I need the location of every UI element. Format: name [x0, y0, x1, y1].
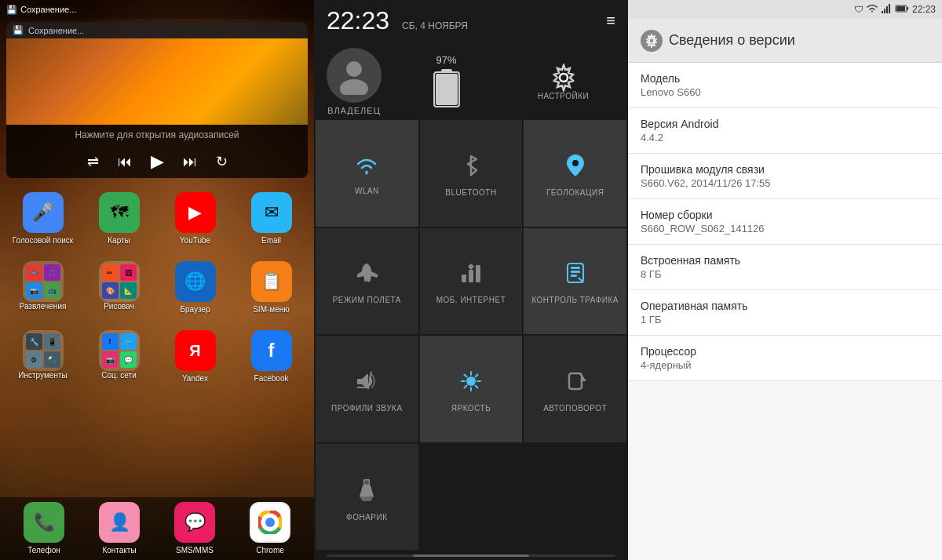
app-entertainment[interactable]: 🎮 🎵 📷 📺 Развлечения — [6, 256, 79, 319]
svg-rect-30 — [569, 373, 582, 389]
sim-label: SIM-меню — [253, 305, 290, 315]
qs-tiles-grid: WLAN BLUETOOTH ГЕОЛОКАЦИЯ — [314, 118, 628, 551]
qs-tile-wlan[interactable]: WLAN — [316, 120, 418, 227]
facebook-icon: f — [251, 330, 292, 371]
app-draw[interactable]: ✏ 🖼 🎨 📐 Рисовач — [82, 256, 155, 319]
app-voice-search[interactable]: 🎤 Голосовой поиск — [6, 187, 79, 250]
entertainment-label: Развлечения — [20, 302, 67, 311]
svg-line-27 — [475, 385, 477, 387]
dock-phone[interactable]: 📞 Телефон — [22, 497, 66, 560]
repeat-button[interactable]: ↻ — [216, 153, 228, 170]
dock-sms[interactable]: 💬 SMS/MMS — [173, 497, 217, 560]
sim-icon: 📋 — [251, 261, 292, 302]
svg-rect-38 — [889, 4, 890, 13]
traffic-icon — [563, 260, 588, 291]
svg-rect-41 — [896, 6, 905, 11]
location-label: ГЕОЛОКАЦИЯ — [546, 188, 604, 197]
about-item-baseband: Прошивка модуля связи S660.V62, 2014/11/… — [628, 154, 942, 199]
home-screen: 💾 Сохранение... 💾 Сохранение... Нажмите … — [0, 0, 314, 560]
svg-marker-32 — [360, 485, 374, 496]
svg-line-29 — [464, 385, 466, 387]
draw-label: Рисовач — [104, 302, 134, 311]
about-storage-value: 8 ГБ — [641, 268, 929, 280]
music-widget-header: 💾 Сохранение... — [6, 22, 308, 38]
chrome-label: Chrome — [256, 546, 284, 555]
qs-tile-brightness[interactable]: ЯРКОСТЬ — [420, 336, 523, 442]
mobile-data-icon — [458, 260, 484, 291]
about-cpu-label: Процессор — [641, 345, 929, 358]
about-cpu-value: 4-ядерный — [641, 359, 929, 371]
bluetooth-icon — [462, 153, 480, 184]
about-model-label: Модель — [641, 72, 929, 85]
svg-point-4 — [340, 79, 368, 95]
app-social[interactable]: f 🐦 📷 💬 Соц. сети — [82, 325, 155, 388]
app-youtube[interactable]: ▶ YouTube — [159, 187, 232, 250]
svg-rect-15 — [571, 271, 580, 273]
svg-line-28 — [475, 374, 477, 376]
status-bar-panel1: 💾 Сохранение... — [0, 0, 314, 19]
voice-search-icon: 🎤 — [23, 192, 64, 233]
social-folder-icon: f 🐦 📷 💬 — [99, 330, 140, 371]
save-notification-text: Сохранение... — [20, 5, 76, 14]
airplane-icon — [354, 260, 379, 291]
app-maps[interactable]: 🗺 Карты — [82, 187, 155, 250]
shuffle-button[interactable]: ⇌ — [87, 153, 99, 170]
about-item-android: Версия Android 4.4.2 — [628, 108, 942, 154]
qs-tile-traffic[interactable]: КОНТРОЛЬ ТРАФИКА — [524, 228, 626, 335]
app-browser[interactable]: 🌐 Браузер — [159, 256, 232, 319]
about-ram-label: Оперативная память — [641, 300, 929, 312]
svg-rect-7 — [436, 74, 458, 105]
qs-tile-location[interactable]: ГЕОЛОКАЦИЯ — [524, 120, 626, 227]
about-item-ram: Оперативная память 1 ГБ — [628, 290, 942, 336]
app-facebook[interactable]: f Facebook — [235, 325, 308, 388]
qs-tile-rotate[interactable]: АВТОПОВОРОТ — [524, 336, 626, 442]
quick-settings-panel: 22:23 СБ, 4 НОЯБРЯ ≡ ВЛАДЕЛЕЦ 97% — [314, 0, 628, 560]
dock-chrome[interactable]: Chrome — [248, 497, 292, 560]
phone-icon: 📞 — [24, 502, 64, 543]
qs-avatar[interactable] — [327, 48, 382, 103]
music-notification-icon: 💾 — [13, 25, 24, 35]
prev-button[interactable]: ⏮ — [118, 154, 132, 170]
qs-battery-pct: 97% — [436, 54, 456, 66]
battery-status-icon — [895, 4, 909, 16]
youtube-icon: ▶ — [175, 192, 216, 233]
app-tools[interactable]: 🔧 📱 ⚙ 🔦 Инструменты — [6, 325, 79, 388]
app-yandex[interactable]: Я Yandex — [159, 325, 232, 388]
svg-rect-36 — [884, 9, 885, 13]
app-sim[interactable]: 📋 SIM-меню — [235, 256, 308, 319]
browser-label: Браузер — [180, 305, 210, 315]
tools-folder-icon: 🔧 📱 ⚙ 🔦 — [23, 330, 64, 371]
svg-point-2 — [266, 518, 274, 526]
about-item-storage: Встроенная память 8 ГБ — [628, 245, 942, 290]
about-title: Сведения о версии — [669, 32, 795, 49]
app-email[interactable]: ✉ Email — [235, 187, 308, 250]
qs-profile-label: ВЛАДЕЛЕЦ — [327, 106, 381, 115]
qs-tile-sound[interactable]: ПРОФИЛИ ЗВУКА — [316, 336, 418, 442]
dock-contacts[interactable]: 👤 Контакты — [97, 497, 141, 560]
draw-folder-icon: ✏ 🖼 🎨 📐 — [99, 261, 140, 302]
svg-rect-14 — [571, 267, 580, 269]
sound-icon — [354, 369, 379, 399]
about-time: 22:23 — [912, 4, 936, 15]
qs-time: 22:23 — [327, 6, 389, 35]
svg-rect-37 — [886, 6, 888, 13]
qs-tile-airplane[interactable]: РЕЖИМ ПОЛЕТА — [316, 228, 418, 335]
next-button[interactable]: ⏭ — [183, 154, 197, 170]
svg-point-8 — [560, 74, 568, 82]
sound-label: ПРОФИЛИ ЗВУКА — [331, 404, 402, 413]
qs-tile-bluetooth[interactable]: BLUETOOTH — [420, 120, 523, 227]
about-baseband-value: S660.V62, 2014/11/26 17:55 — [641, 177, 929, 189]
qs-battery-section: 97% — [394, 54, 498, 110]
music-widget-art — [6, 38, 308, 125]
airplane-label: РЕЖИМ ПОЛЕТА — [333, 296, 401, 304]
play-button[interactable]: ▶ — [151, 151, 164, 172]
qs-settings-section[interactable]: НАСТРОЙКИ — [511, 64, 615, 100]
qs-menu-icon[interactable]: ≡ — [606, 12, 615, 30]
qs-tile-flashlight[interactable]: ФОНАРИК — [316, 444, 418, 551]
wifi-icon — [354, 155, 379, 182]
music-widget[interactable]: 💾 Сохранение... Нажмите для открытия ауд… — [6, 22, 308, 178]
brightness-label: ЯРКОСТЬ — [451, 404, 491, 413]
flashlight-label: ФОНАРИК — [346, 513, 387, 522]
qs-tile-data[interactable]: МОБ. ИНТЕРНЕТ — [420, 228, 523, 335]
maps-label: Карты — [108, 236, 130, 245]
